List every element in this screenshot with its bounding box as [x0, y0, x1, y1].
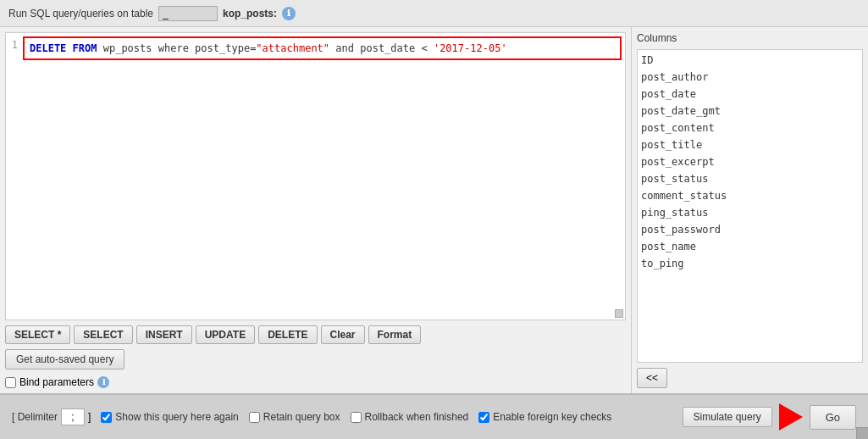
- columns-label: Columns: [637, 32, 863, 44]
- rollback-checkbox[interactable]: [351, 412, 362, 423]
- right-panel: Columns IDpost_authorpost_datepost_date_…: [631, 27, 868, 393]
- resize-handle[interactable]: [615, 309, 623, 318]
- editor-empty-area[interactable]: [6, 64, 625, 320]
- foreign-key-label: Enable foreign key checks: [493, 411, 611, 423]
- insert-columns-button[interactable]: <<: [637, 368, 667, 388]
- show-query-group: Show this query here again: [101, 411, 238, 423]
- column-item[interactable]: post_excerpt: [641, 153, 859, 170]
- retain-query-group: Retain query box: [249, 411, 340, 423]
- sql-string2: '2017-12-05': [434, 42, 507, 54]
- clear-button[interactable]: Clear: [321, 325, 365, 344]
- retain-query-label: Retain query box: [263, 411, 340, 423]
- retain-query-checkbox[interactable]: [249, 412, 260, 423]
- format-button[interactable]: Format: [368, 325, 422, 344]
- column-item[interactable]: ping_status: [641, 204, 859, 221]
- bottom-resize-handle: [856, 427, 868, 439]
- sql-string1: "attachment": [256, 42, 329, 54]
- main-container: Run SQL query/queries on table kop_posts…: [0, 0, 868, 439]
- delimiter-input[interactable]: [61, 408, 85, 425]
- delete-button[interactable]: DELETE: [258, 325, 317, 344]
- bottom-section: [ Delimiter ] Show this query here again…: [0, 393, 868, 439]
- rollback-label: Rollback when finished: [365, 411, 469, 423]
- sql-table: wp_posts: [103, 42, 158, 54]
- table-input[interactable]: [158, 6, 218, 21]
- sql-field2: post_date <: [360, 42, 434, 54]
- content-area: 1 DELETE FROM wp_posts where post_type="…: [0, 27, 868, 393]
- bind-params-info-icon[interactable]: ℹ: [97, 376, 109, 388]
- header-bar: Run SQL query/queries on table kop_posts…: [0, 0, 868, 27]
- left-panel: 1 DELETE FROM wp_posts where post_type="…: [0, 27, 631, 393]
- column-item[interactable]: to_ping: [641, 255, 859, 272]
- editor-line-1: 1 DELETE FROM wp_posts where post_type="…: [6, 33, 625, 64]
- arrow-right-icon: [779, 403, 803, 431]
- bind-params-row: Bind parameters ℹ: [5, 376, 626, 388]
- auto-save-button[interactable]: Get auto-saved query: [5, 349, 124, 370]
- update-button[interactable]: UPDATE: [196, 325, 255, 344]
- column-item[interactable]: post_title: [641, 136, 859, 153]
- select-star-button[interactable]: SELECT *: [5, 325, 70, 344]
- info-icon[interactable]: ℹ: [282, 7, 296, 20]
- table-name: kop_posts:: [223, 8, 277, 19]
- sql-keyword-delete: DELETE FROM: [30, 42, 97, 54]
- show-query-label: Show this query here again: [115, 411, 238, 423]
- foreign-key-checkbox[interactable]: [478, 412, 489, 423]
- column-item[interactable]: post_name: [641, 238, 859, 255]
- rollback-group: Rollback when finished: [351, 411, 469, 423]
- column-item[interactable]: post_content: [641, 119, 859, 136]
- sql-field1: post_type=: [195, 42, 256, 54]
- columns-list[interactable]: IDpost_authorpost_datepost_date_gmtpost_…: [637, 49, 863, 363]
- column-item[interactable]: post_status: [641, 170, 859, 187]
- go-area: Simulate query Go: [683, 403, 856, 431]
- select-button[interactable]: SELECT: [74, 325, 132, 344]
- delimiter-group: [ Delimiter ]: [12, 408, 91, 425]
- sql-toolbar: SELECT * SELECT INSERT UPDATE DELETE Cle…: [5, 325, 626, 344]
- column-item[interactable]: ID: [641, 52, 859, 69]
- auto-save-row: Get auto-saved query: [5, 349, 626, 370]
- header-title: Run SQL query/queries on table: [8, 8, 153, 19]
- sql-where: where: [158, 42, 195, 54]
- go-button[interactable]: Go: [810, 405, 856, 430]
- line-number: 1: [6, 36, 23, 53]
- bind-params-checkbox[interactable]: [5, 377, 16, 388]
- column-item[interactable]: post_date_gmt: [641, 103, 859, 119]
- insert-button[interactable]: INSERT: [136, 325, 192, 344]
- foreign-key-group: Enable foreign key checks: [478, 411, 611, 423]
- column-item[interactable]: post_password: [641, 221, 859, 238]
- column-item[interactable]: comment_status: [641, 187, 859, 204]
- sql-and: and: [335, 42, 360, 54]
- bind-params-label: Bind parameters: [19, 376, 94, 388]
- column-item[interactable]: post_author: [641, 69, 859, 86]
- show-query-checkbox[interactable]: [101, 412, 112, 423]
- simulate-button[interactable]: Simulate query: [683, 407, 772, 427]
- sql-query-highlighted: DELETE FROM wp_posts where post_type="at…: [23, 36, 622, 60]
- delimiter-close: ]: [88, 411, 91, 423]
- delimiter-label: [ Delimiter: [12, 411, 58, 423]
- sql-editor: 1 DELETE FROM wp_posts where post_type="…: [5, 32, 626, 320]
- column-item[interactable]: post_date: [641, 86, 859, 103]
